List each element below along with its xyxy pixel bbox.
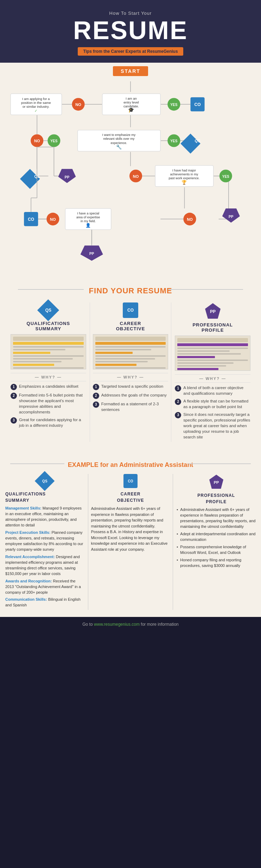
svg-text:NO: NO [187,217,193,221]
pp-title-line1: PROFESSIONAL [192,322,233,327]
qs-thumbnail [11,334,86,369]
pp-col-title: PROFESSIONAL PROFILE [175,322,250,333]
example-qs-col: QS QUALIFICATIONSSUMMARY Management Skil… [5,474,84,610]
svg-text:in my field.: in my field. [81,219,96,223]
svg-text:🔧: 🔧 [116,144,122,150]
qs-why-label: — WHY? — [11,375,86,379]
example-co-badge-wrap: CO [91,474,170,488]
svg-text:YES: YES [170,139,177,143]
svg-text:I want to emphasize my: I want to emphasize my [102,133,136,137]
qs-badge: QS [40,302,56,318]
find-resume-title: FIND YOUR RESUME [84,286,178,295]
pp-example-bullet-2: Adept at interdepartmental coordination … [177,531,256,543]
co-thumbnail [93,334,168,369]
svg-text:🎓: 🎓 [128,107,134,113]
example-co-badge: CO [123,474,138,488]
flowchart-section: START [0,63,261,279]
pp-point-2: 2 A flexible style that can be formatted… [175,398,250,410]
svg-text:YES: YES [222,175,229,179]
example-co-content: Administrative Assistant with 6+ years o… [91,506,170,552]
example-section: EXAMPLE for an Administrative Assistant … [0,452,261,617]
co-badge-text: CO [127,308,134,313]
example-qs-content: Management Skills: Managed 9 employees i… [5,506,84,608]
find-resume-section: FIND YOUR RESUME QS QUALIFICATIONS SUMMA… [0,279,261,453]
header-tips: Tips from the Career Experts at ResumeGe… [78,47,183,56]
pp-badge-wrap: PP [175,302,250,319]
header: How To Start Your RESUME Tips from the C… [0,0,261,63]
svg-text:or similar industry.: or similar industry. [23,105,50,108]
example-co-title: CAREEROBJECTIVE [91,491,170,504]
pp-example-bullet-1: Administrative Assistant with 6+ years o… [177,507,256,530]
example-qs-title: QUALIFICATIONSSUMMARY [5,491,84,504]
svg-text:achievements in my: achievements in my [170,173,198,176]
qs-why-header: — WHY? — [11,373,86,381]
pp-pentagon-icon: PP [204,302,221,319]
svg-text:YES: YES [170,103,177,107]
footer-link[interactable]: www.resumegenius.com [94,622,140,627]
example-pp-badge-wrap: PP [177,474,256,489]
qs-bullet-comm: Communication Skills: Bilingual in Engli… [5,597,84,608]
tips-brand: ResumeGenius [147,49,178,54]
qs-col-title: QUALIFICATIONS SUMMARY [11,321,86,331]
resume-types-columns: QS QUALIFICATIONS SUMMARY [5,299,256,449]
start-label: START [113,66,148,76]
svg-text:NO: NO [133,174,139,179]
example-qs-badge-text: QS [42,479,47,484]
svg-text:area of expertise: area of expertise [76,216,100,219]
example-pp-content: Administrative Assistant with 6+ years o… [177,507,256,568]
pp-why-header: — WHY? — [175,374,250,383]
example-title: EXAMPLE for an Administrative Assistant [64,461,197,469]
pp-why-label: — WHY? — [175,376,250,381]
qs-column: QS QUALIFICATIONS SUMMARY [11,302,86,442]
co-why-label: — WHY? — [93,375,168,379]
flowchart-svg: I am applying for a position in the same… [7,81,254,272]
svg-text:✓: ✓ [34,109,37,113]
qs-title-line2: SUMMARY [35,326,61,331]
pp-thumbnail [175,336,250,371]
qs-bullet-rel: Relevant Accomplishment: Designed and im… [5,554,84,577]
qs-badge-wrap: QS [11,302,86,318]
example-columns: QS QUALIFICATIONSSUMMARY Management Skil… [5,474,256,610]
pp-point-1: 1 A blend of both a career objective and… [175,385,250,396]
svg-text:I am applying for a: I am applying for a [22,97,50,101]
pp-why-points: 1 A blend of both a career objective and… [175,385,250,440]
infographic: How To Start Your RESUME Tips from the C… [0,0,261,632]
qs-badge-text: QS [45,308,51,313]
header-title: RESUME [7,18,254,43]
example-pp-title: PROFESSIONALPROFILE [177,492,256,505]
example-qs-badge: QS [38,474,52,488]
pp-title-line2: PROFILE [202,327,224,333]
svg-text:🏆: 🏆 [182,180,187,185]
svg-text:PP: PP [229,215,234,219]
qs-bullet-mgmt: Management Skills: Managed 9 employees i… [5,506,84,528]
find-resume-header: FIND YOUR RESUME [5,279,256,299]
co-title-line1: CAREER [120,321,141,326]
pp-badge: PP [204,302,221,319]
qs-title-line1: QUALIFICATIONS [27,321,70,326]
svg-text:YES: YES [50,139,57,143]
footer-text2: for more information [141,622,178,627]
svg-text:CO: CO [28,217,34,222]
co-column: CO CAREER OBJECTIVE [90,302,172,442]
svg-text:CO: CO [195,102,201,107]
pp-point-3: 3 Since it does not necessarily target a… [175,412,250,440]
svg-text:QS: QS [195,139,200,143]
svg-text:relevant skills over my: relevant skills over my [103,137,135,140]
qs-why-points: 1 Emphasizes a candidates skillset 2 For… [11,383,86,429]
pp-example-bullet-3: Possess comprehensive knowledge of Micro… [177,544,256,556]
header-subtitle: How To Start Your [7,11,254,16]
svg-text:I have had major: I have had major [172,169,196,172]
svg-text:👤: 👤 [85,223,91,228]
qs-point-1: 1 Emphasizes a candidates skillset [11,383,86,390]
co-why-points: 1 Targeted toward a specific position 2 … [93,383,168,412]
co-badge: CO [123,302,138,318]
svg-text:I am an: I am an [126,96,137,100]
svg-text:NO: NO [34,139,40,143]
svg-text:NO: NO [75,102,81,107]
svg-rect-49 [180,133,200,154]
pp-example-bullet-4: Honed company filing and reporting proce… [177,557,256,569]
example-co-badge-text: CO [128,479,133,484]
example-qs-badge-wrap: QS [5,474,84,488]
pp-column: PP PROFESSIONAL PROFILE [175,302,250,442]
qs-point-2: 2 Formatted into 5-6 bullet points that … [11,392,86,415]
